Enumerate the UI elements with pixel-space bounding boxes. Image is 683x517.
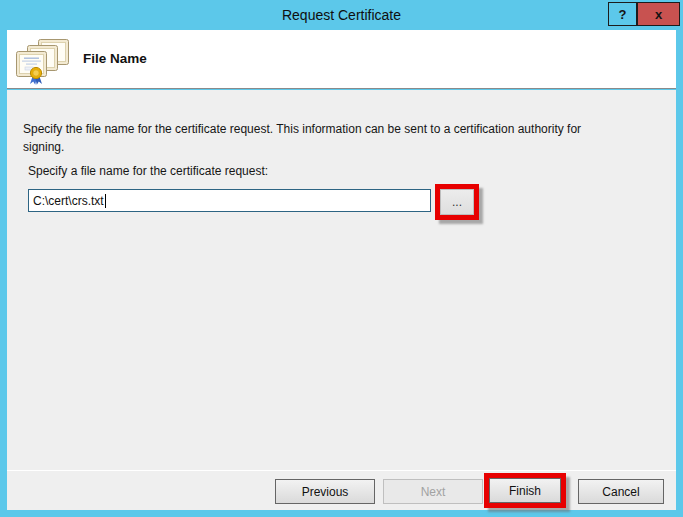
previous-button[interactable]: Previous [275, 479, 375, 504]
title-bar: Request Certificate ? x [0, 0, 683, 30]
next-button[interactable]: Next [383, 479, 483, 504]
close-button[interactable]: x [637, 2, 680, 26]
file-name-label: Specify a file name for the certificate … [28, 164, 268, 178]
annotation-box-browse: ... [435, 184, 479, 220]
certificates-icon [16, 38, 70, 86]
window-title: Request Certificate [0, 0, 683, 30]
file-path-text: C:\cert\crs.txt [33, 194, 104, 208]
wizard-body: Specify the file name for the certificat… [7, 90, 676, 470]
text-caret [105, 194, 106, 208]
page-title: File Name [83, 51, 147, 66]
wizard-footer: Previous Next Finish Cancel [7, 470, 676, 510]
file-name-input[interactable]: C:\cert\crs.txt [28, 189, 431, 212]
finish-button[interactable]: Finish [489, 478, 561, 503]
wizard-header: File Name [7, 30, 676, 89]
browse-button[interactable]: ... [440, 189, 474, 215]
request-certificate-dialog: Request Certificate ? x [0, 0, 683, 517]
help-button[interactable]: ? [608, 2, 637, 26]
description-text: Specify the file name for the certificat… [23, 120, 615, 156]
cancel-button[interactable]: Cancel [578, 479, 664, 504]
annotation-box-finish: Finish [484, 473, 566, 508]
